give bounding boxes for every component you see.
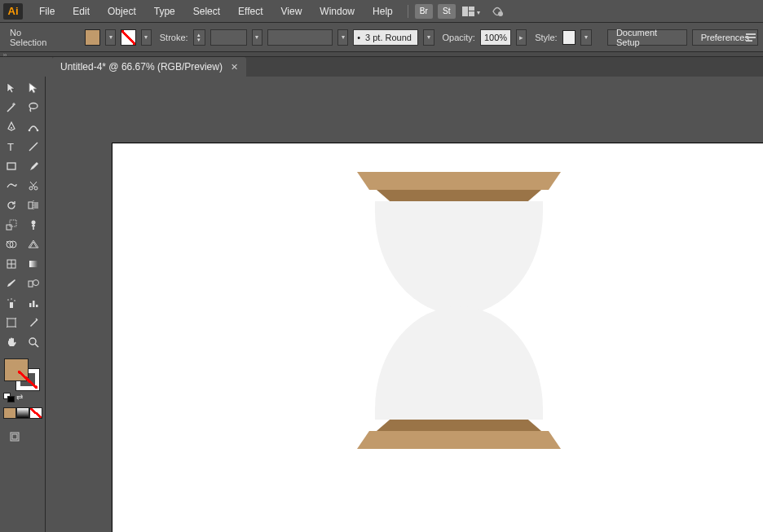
color-mode-none[interactable] <box>29 407 42 419</box>
rotate-tool[interactable] <box>0 196 23 215</box>
reflect-tool[interactable] <box>23 196 46 215</box>
svg-point-9 <box>29 130 31 132</box>
bridge-icon[interactable]: Br <box>415 4 433 19</box>
menu-effect[interactable]: Effect <box>230 2 271 20</box>
rectangle-tool[interactable] <box>0 156 23 176</box>
document-setup-button[interactable]: Document Setup <box>607 29 687 46</box>
svg-line-12 <box>29 143 37 151</box>
svg-rect-19 <box>7 225 11 230</box>
mesh-tool[interactable] <box>0 254 23 274</box>
stroke-dropdown[interactable] <box>141 29 152 46</box>
arrange-docs-icon[interactable] <box>462 4 480 19</box>
menu-select[interactable]: Select <box>185 2 228 20</box>
svg-point-3 <box>498 11 503 16</box>
menu-view[interactable]: View <box>273 2 311 20</box>
default-colors-icon[interactable] <box>3 393 15 402</box>
puppet-warp-tool[interactable] <box>23 215 46 235</box>
opacity-field[interactable]: 100% <box>480 29 511 46</box>
scissors-tool[interactable] <box>23 176 46 196</box>
slice-tool[interactable] <box>23 313 46 332</box>
color-mode-gradient[interactable] <box>16 407 29 419</box>
menu-file[interactable]: File <box>31 2 63 20</box>
fill-dropdown[interactable] <box>105 29 116 46</box>
stroke-swatch[interactable] <box>121 29 136 46</box>
var-width-dropdown[interactable] <box>337 29 348 46</box>
fill-stroke-swatch[interactable] <box>4 358 40 391</box>
stroke-big-swatch[interactable] <box>15 368 40 391</box>
canvas-stage[interactable] <box>46 77 763 532</box>
menu-bar: Ai File Edit Object Type Select Effect V… <box>0 0 763 23</box>
default-swap-row: ⇄ <box>0 393 45 402</box>
shape-builder-tool[interactable] <box>0 235 23 254</box>
svg-point-21 <box>32 221 36 225</box>
separator <box>408 5 408 18</box>
opacity-label: Opacity: <box>443 33 475 42</box>
hourglass-cap-top <box>357 172 561 201</box>
menu-edit[interactable]: Edit <box>64 2 98 20</box>
direct-selection-tool[interactable] <box>23 78 46 98</box>
expand-handle-icon[interactable]: ›› <box>0 52 10 57</box>
brush-name: 3 pt. Round <box>365 33 412 42</box>
svg-rect-39 <box>7 319 15 327</box>
swap-colors-icon[interactable]: ⇄ <box>16 393 23 402</box>
hourglass-art[interactable] <box>357 172 561 449</box>
stroke-weight-field[interactable] <box>210 29 247 46</box>
selection-status: No Selection <box>5 28 62 47</box>
pencil-tool[interactable] <box>0 176 23 196</box>
menu-object[interactable]: Object <box>99 2 144 20</box>
screen-mode-row <box>3 427 45 446</box>
blend-tool[interactable] <box>23 274 46 293</box>
hand-tool[interactable] <box>0 332 23 352</box>
brush-field[interactable]: •3 pt. Round <box>353 29 418 46</box>
svg-rect-16 <box>29 202 33 209</box>
svg-line-41 <box>35 344 38 347</box>
svg-rect-32 <box>10 302 13 308</box>
opacity-dropdown[interactable] <box>516 29 527 46</box>
gpu-preview-icon[interactable] <box>488 4 506 19</box>
zoom-tool[interactable] <box>23 332 46 352</box>
align-flyout-icon[interactable] <box>739 23 763 52</box>
selection-tool[interactable] <box>0 78 23 98</box>
svg-rect-5 <box>746 37 756 38</box>
svg-point-35 <box>14 300 15 301</box>
gradient-tool[interactable] <box>23 254 46 274</box>
stroke-weight-dropdown[interactable] <box>252 29 262 46</box>
color-mode-solid[interactable] <box>3 407 16 419</box>
svg-rect-38 <box>36 305 38 307</box>
draw-mode-icon[interactable] <box>3 427 26 446</box>
style-dropdown[interactable] <box>580 29 591 46</box>
style-label: Style: <box>535 33 558 42</box>
magic-wand-tool[interactable] <box>0 98 23 117</box>
eyedropper-tool[interactable] <box>0 274 23 293</box>
var-width-profile[interactable] <box>267 29 333 46</box>
curvature-tool[interactable] <box>23 117 46 137</box>
menu-help[interactable]: Help <box>364 2 401 20</box>
type-tool[interactable]: T <box>0 137 23 156</box>
document-tab[interactable]: Untitled-4* @ 66.67% (RGB/Preview) ✕ <box>52 57 246 77</box>
svg-rect-13 <box>7 163 15 169</box>
close-tab-icon[interactable]: ✕ <box>231 62 238 73</box>
tools-panel: T <box>0 77 46 532</box>
menu-type[interactable]: Type <box>146 2 183 20</box>
paintbrush-tool[interactable] <box>23 156 46 176</box>
symbol-sprayer-tool[interactable] <box>0 293 23 313</box>
svg-rect-6 <box>746 40 752 42</box>
column-graph-tool[interactable] <box>23 293 46 313</box>
line-tool[interactable] <box>23 137 46 156</box>
menu-window[interactable]: Window <box>311 2 363 20</box>
document-tab-bar: Untitled-4* @ 66.67% (RGB/Preview) ✕ <box>52 57 763 77</box>
lasso-tool[interactable] <box>23 98 46 117</box>
fill-swatch[interactable] <box>85 29 100 46</box>
pen-tool[interactable] <box>0 117 23 137</box>
perspective-grid-tool[interactable] <box>23 235 46 254</box>
artboard[interactable] <box>112 143 763 532</box>
svg-point-10 <box>37 130 39 132</box>
style-swatch[interactable] <box>562 30 576 45</box>
stroke-weight-stepper[interactable]: ▴▾ <box>193 29 205 46</box>
scale-tool[interactable] <box>0 215 23 235</box>
svg-rect-20 <box>10 220 16 226</box>
artboard-tool[interactable] <box>0 313 23 332</box>
stock-icon[interactable]: St <box>438 4 456 19</box>
brush-dropdown[interactable] <box>423 29 434 46</box>
svg-rect-29 <box>29 261 37 267</box>
